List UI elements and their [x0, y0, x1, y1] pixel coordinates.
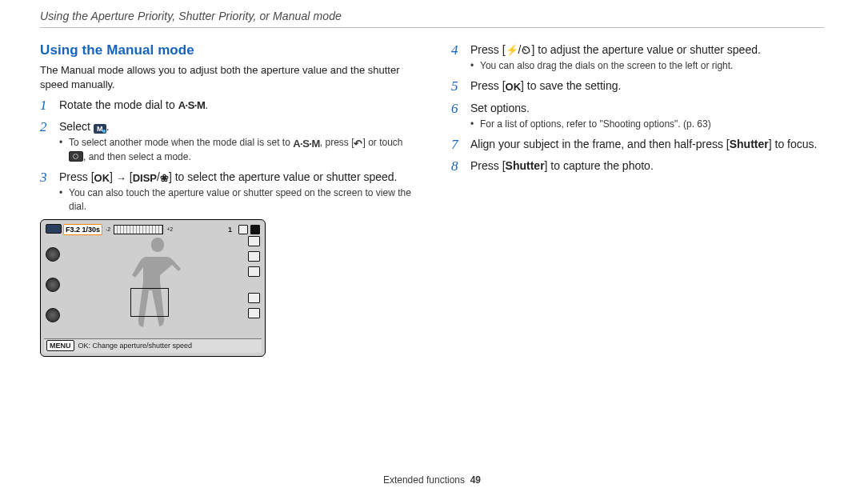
page-footer: Extended functions 49 — [40, 474, 824, 486]
step-4: 4 Press [⚡/⏲] to adjust the aperture val… — [451, 42, 824, 72]
menu-button: MENU — [46, 340, 74, 351]
step-7: 7 Align your subject in the frame, and t… — [451, 137, 824, 152]
footer-label: Extended functions — [383, 474, 465, 486]
step-4-note: You can also drag the dials on the scree… — [470, 59, 824, 72]
flash-icon: ⚡ — [506, 43, 518, 58]
lcd-right-icon-2 — [248, 251, 260, 262]
intro-paragraph: The Manual mode allows you to adjust bot… — [40, 63, 413, 91]
shutter-label: Shutter — [730, 138, 769, 150]
running-header: Using the Aperture Priority, Shutter Pri… — [40, 0, 824, 28]
shutter-label: Shutter — [506, 159, 545, 172]
step-6-note: For a list of options, refer to "Shootin… — [470, 118, 824, 130]
battery-icon — [250, 225, 260, 234]
back-icon: ↶ — [354, 137, 362, 151]
step-3-note: You can also touch the aperture value or… — [59, 186, 413, 212]
lcd-right-icon-3 — [248, 266, 260, 277]
camera-icon — [69, 151, 83, 162]
step-2: 2 Select M. To select another mode when … — [40, 119, 413, 163]
asm-icon: A·S·M — [178, 98, 206, 113]
step-6: 6 Set options. For a list of options, re… — [451, 101, 824, 130]
step-5: 5 Press [OK] to save the setting. — [451, 78, 824, 94]
camera-lcd-figure: F3.2 1/30s -2 +2 1 — [40, 219, 266, 357]
macro-icon: ❀ — [160, 171, 169, 186]
disp-icon: DISP — [133, 171, 157, 186]
ev-minus: -2 — [106, 226, 110, 232]
step-8: 8 Press [Shutter] to capture the photo. — [451, 158, 824, 174]
step-1: 1 Rotate the mode dial to A·S·M. — [40, 98, 413, 113]
lcd-left-icon-2 — [46, 278, 60, 292]
arrow-right-icon: → — [116, 171, 126, 186]
m-mode-icon: M — [94, 124, 106, 134]
lcd-left-icon-3 — [46, 308, 60, 322]
step-2-note: To select another mode when the mode dia… — [59, 136, 413, 163]
ok-icon: OK — [506, 80, 522, 94]
section-title: Using the Manual mode — [40, 42, 413, 58]
af-area-icon — [130, 288, 169, 317]
step-2-text: Select — [59, 120, 94, 133]
ok-icon: OK — [94, 171, 110, 186]
step-1-text-b: . — [205, 98, 208, 111]
lcd-right-icon-5 — [248, 308, 260, 318]
page-number: 49 — [470, 474, 481, 486]
card-icon — [238, 225, 248, 234]
lcd-left-icon-1 — [46, 247, 60, 262]
lcd-right-icon-4 — [248, 293, 260, 303]
right-column: 4 Press [⚡/⏲] to adjust the aperture val… — [451, 42, 824, 474]
ev-scale-icon — [114, 225, 163, 234]
ev-plus: +2 — [166, 226, 173, 232]
timer-icon: ⏲ — [521, 43, 531, 58]
left-column: Using the Manual mode The Manual mode al… — [40, 42, 413, 474]
step-3: 3 Press [OK] → [DISP/❀] to select the ap… — [40, 170, 413, 213]
lcd-hint: OK: Change aperture/shutter speed — [78, 342, 193, 350]
shots-remaining: 1 — [228, 226, 236, 234]
step-1-text-a: Rotate the mode dial to — [59, 98, 178, 111]
exposure-readout: F3.2 1/30s — [63, 224, 102, 235]
lcd-right-icon-1 — [248, 236, 260, 246]
mode-badge-icon — [46, 224, 62, 234]
asm-icon: A·S·M — [293, 137, 320, 151]
